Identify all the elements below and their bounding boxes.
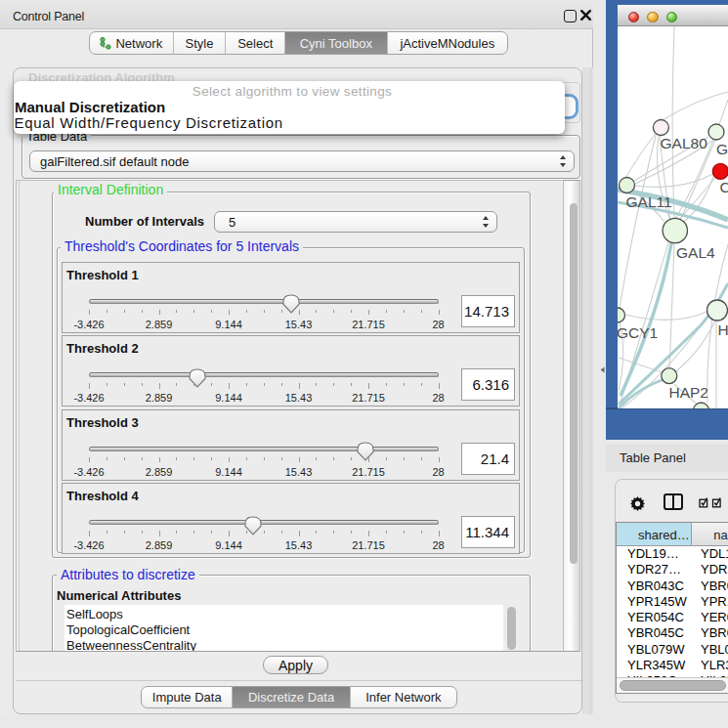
svg-text:GAL4: GAL4 — [676, 244, 715, 261]
svg-text:GAL1: GAL1 — [716, 141, 728, 157]
svg-text:GAL11: GAL11 — [626, 193, 672, 210]
svg-text:CYC1: CYC1 — [720, 179, 728, 195]
svg-text:GCY1: GCY1 — [618, 324, 658, 341]
svg-text:HAP2: HAP2 — [669, 384, 709, 401]
svg-text:HIS4: HIS4 — [718, 321, 728, 338]
svg-text:GAL80: GAL80 — [661, 135, 708, 151]
